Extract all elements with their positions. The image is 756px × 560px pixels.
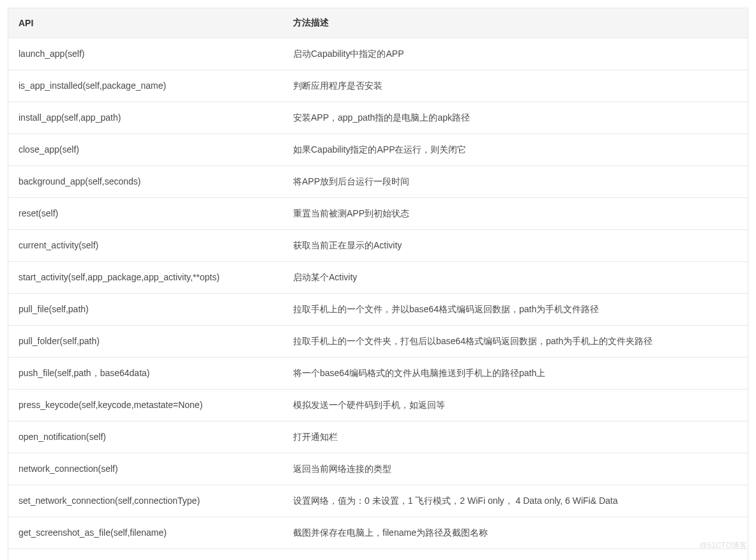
table-row: open_notification(self)打开通知栏 xyxy=(8,421,748,453)
cell-api: pull_file(self,path) xyxy=(8,294,283,326)
table-row: press_keycode(self,keycode,metastate=Non… xyxy=(8,390,748,421)
table-row: pull_folder(self,path)拉取手机上的一个文件夹，打包后以ba… xyxy=(8,326,748,358)
cell-api: open_notification(self) xyxy=(8,421,283,453)
api-table: API 方法描述 launch_app(self)启动Capability中指定… xyxy=(8,8,748,560)
table-row: is_app_installed(self,package_name)判断应用程… xyxy=(8,70,748,102)
table-row: launch_app(self)启动Capability中指定的APP xyxy=(8,38,748,70)
table-row: reset(self)重置当前被测APP到初始状态 xyxy=(8,198,748,230)
cell-desc: 打开通知栏 xyxy=(283,421,748,453)
table-body: launch_app(self)启动Capability中指定的APPis_ap… xyxy=(8,38,748,561)
cell-desc: 将一个base64编码格式的文件从电脑推送到手机上的路径path上 xyxy=(283,358,748,390)
table-row: current_activity(self)获取当前正在显示的Activity xyxy=(8,230,748,262)
cell-api: close_app(self) xyxy=(8,134,283,166)
cell-api: is_app_installed(self,package_name) xyxy=(8,70,283,102)
cell-desc: 拉取手机上的一个文件夹，打包后以base64格式编码返回数据，path为手机上的… xyxy=(283,326,748,358)
cell-api: save_screenshot(filename) xyxy=(8,549,283,561)
cell-api: press_keycode(self,keycode,metastate=Non… xyxy=(8,390,283,421)
cell-desc: 启动Capability中指定的APP xyxy=(283,38,748,70)
cell-desc: 将APP放到后台运行一段时间 xyxy=(283,166,748,198)
table-row: background_app(self,seconds)将APP放到后台运行一段… xyxy=(8,166,748,198)
header-api: API xyxy=(8,8,283,38)
table-row: install_app(self,app_path)安装APP，app_path… xyxy=(8,102,748,134)
cell-api: start_activity(self,app_package,app_acti… xyxy=(8,262,283,294)
cell-api: reset(self) xyxy=(8,198,283,230)
table-row: pull_file(self,path)拉取手机上的一个文件，并以base64格… xyxy=(8,294,748,326)
cell-api: network_connection(self) xyxy=(8,453,283,485)
cell-desc: 返回当前网络连接的类型 xyxy=(283,453,748,485)
cell-desc: 重置当前被测APP到初始状态 xyxy=(283,198,748,230)
cell-api: push_file(self,path，base64data) xyxy=(8,358,283,390)
cell-desc: 拉取手机上的一个文件，并以base64格式编码返回数据，path为手机文件路径 xyxy=(283,294,748,326)
table-row: start_activity(self,app_package,app_acti… xyxy=(8,262,748,294)
cell-api: get_screenshot_as_file(self,filename) xyxy=(8,517,283,549)
api-table-container: API 方法描述 launch_app(self)启动Capability中指定… xyxy=(8,8,748,560)
cell-desc: 截图并保存在电脑上，filename为路径及截图名称 xyxy=(283,517,748,549)
cell-api: install_app(self,app_path) xyxy=(8,102,283,134)
table-row: close_app(self)如果Capability指定的APP在运行，则关闭… xyxy=(8,134,748,166)
cell-desc: 模拟发送一个硬件码到手机，如返回等 xyxy=(283,390,748,421)
table-row: set_network_connection(self,connectionTy… xyxy=(8,485,748,517)
table-header-row: API 方法描述 xyxy=(8,8,748,38)
cell-desc: 截图并保存在电脑上，filename为路径及截图名称 xyxy=(283,549,748,561)
table-row: push_file(self,path，base64data)将一个base64… xyxy=(8,358,748,390)
cell-api: set_network_connection(self,connectionTy… xyxy=(8,485,283,517)
cell-desc: 启动某个Activity xyxy=(283,262,748,294)
cell-desc: 获取当前正在显示的Activity xyxy=(283,230,748,262)
cell-api: pull_folder(self,path) xyxy=(8,326,283,358)
cell-desc: 如果Capability指定的APP在运行，则关闭它 xyxy=(283,134,748,166)
cell-api: current_activity(self) xyxy=(8,230,283,262)
header-desc: 方法描述 xyxy=(283,8,748,38)
cell-desc: 判断应用程序是否安装 xyxy=(283,70,748,102)
table-row: get_screenshot_as_file(self,filename)截图并… xyxy=(8,517,748,549)
cell-api: launch_app(self) xyxy=(8,38,283,70)
cell-api: background_app(self,seconds) xyxy=(8,166,283,198)
cell-desc: 设置网络，值为：0 未设置，1 飞行模式，2 WiFi only， 4 Data… xyxy=(283,485,748,517)
table-row: network_connection(self)返回当前网络连接的类型 xyxy=(8,453,748,485)
cell-desc: 安装APP，app_path指的是电脑上的apk路径 xyxy=(283,102,748,134)
table-row: save_screenshot(filename)截图并保存在电脑上，filen… xyxy=(8,549,748,561)
